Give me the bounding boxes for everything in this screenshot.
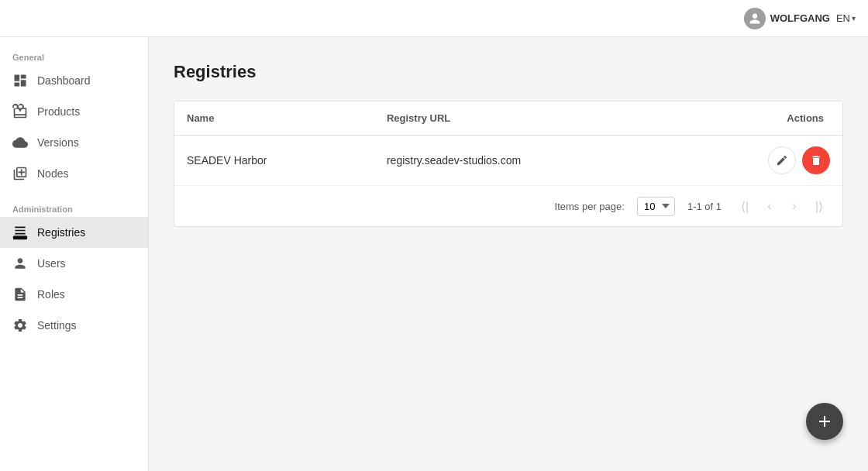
pagination-first-button[interactable]: ⟨| <box>734 195 756 217</box>
items-per-page-label: Items per page: <box>555 201 625 212</box>
sidebar-item-users[interactable]: Users <box>0 248 148 279</box>
sidebar-item-registries-label: Registries <box>37 226 85 239</box>
pagination-next-button[interactable]: › <box>784 195 805 217</box>
table-row: SEADEV Harbor registry.seadev-studios.co… <box>174 136 842 186</box>
users-icon <box>12 256 28 271</box>
pagination-last-button[interactable]: |⟩ <box>808 195 830 217</box>
add-registry-button[interactable] <box>806 403 843 440</box>
pagination-range: 1-1 of 1 <box>687 201 722 212</box>
registries-table-container: Name Registry URL Actions SEADEV Harbor … <box>174 101 843 227</box>
sidebar-item-versions-label: Versions <box>37 136 79 149</box>
sidebar-item-dashboard[interactable]: Dashboard <box>0 65 148 96</box>
sidebar-item-products[interactable]: Products <box>0 96 148 127</box>
registry-actions <box>677 136 842 186</box>
header: WOLFGANG EN ▾ <box>0 0 868 37</box>
col-url: Registry URL <box>374 101 677 136</box>
avatar <box>744 8 766 29</box>
sidebar-item-nodes[interactable]: Nodes <box>0 158 148 189</box>
language-selector[interactable]: EN ▾ <box>836 12 856 24</box>
pagination-nav: ⟨| ‹ › |⟩ <box>734 195 830 217</box>
col-name: Name <box>174 101 374 136</box>
sidebar-item-nodes-label: Nodes <box>37 167 68 180</box>
registries-icon <box>12 225 28 240</box>
sidebar-item-roles[interactable]: Roles <box>0 279 148 310</box>
pagination: Items per page: 10 25 50 1-1 of 1 ⟨| ‹ ›… <box>174 185 842 226</box>
registry-name: SEADEV Harbor <box>174 136 374 186</box>
sidebar-item-roles-label: Roles <box>37 288 65 301</box>
products-icon <box>12 104 28 119</box>
items-per-page-select[interactable]: 10 25 50 <box>637 197 675 216</box>
main-content: Registries Name Registry URL Actions SEA… <box>149 37 868 471</box>
registries-table: Name Registry URL Actions SEADEV Harbor … <box>174 101 842 185</box>
roles-icon <box>12 287 28 302</box>
sidebar-item-settings-label: Settings <box>37 319 77 332</box>
username-label: WOLFGANG <box>770 12 830 24</box>
sidebar-item-products-label: Products <box>37 105 80 118</box>
edit-button[interactable] <box>768 146 796 174</box>
action-buttons <box>690 146 830 174</box>
nodes-icon <box>12 166 28 181</box>
sidebar-item-versions[interactable]: Versions <box>0 127 148 158</box>
sidebar-item-settings[interactable]: Settings <box>0 310 148 341</box>
main-wrapper: Registries Name Registry URL Actions SEA… <box>149 37 868 471</box>
registry-url: registry.seadev-studios.com <box>374 136 677 186</box>
general-section-label: General <box>0 46 148 65</box>
user-menu[interactable]: WOLFGANG <box>744 8 830 29</box>
sidebar-item-registries[interactable]: Registries <box>0 217 148 248</box>
lang-label: EN <box>836 12 850 24</box>
administration-section-label: Administration <box>0 198 148 217</box>
dashboard-icon <box>12 73 28 88</box>
col-actions: Actions <box>677 101 842 136</box>
sidebar-item-dashboard-label: Dashboard <box>37 74 91 87</box>
sidebar-item-users-label: Users <box>37 257 66 270</box>
delete-button[interactable] <box>802 146 830 174</box>
versions-icon <box>12 135 28 150</box>
chevron-down-icon: ▾ <box>852 14 856 22</box>
settings-icon <box>12 318 28 333</box>
pagination-prev-button[interactable]: ‹ <box>759 195 780 217</box>
sidebar: General Dashboard Products Versions Node… <box>0 37 149 471</box>
layout: General Dashboard Products Versions Node… <box>0 37 868 471</box>
page-title: Registries <box>174 62 843 82</box>
